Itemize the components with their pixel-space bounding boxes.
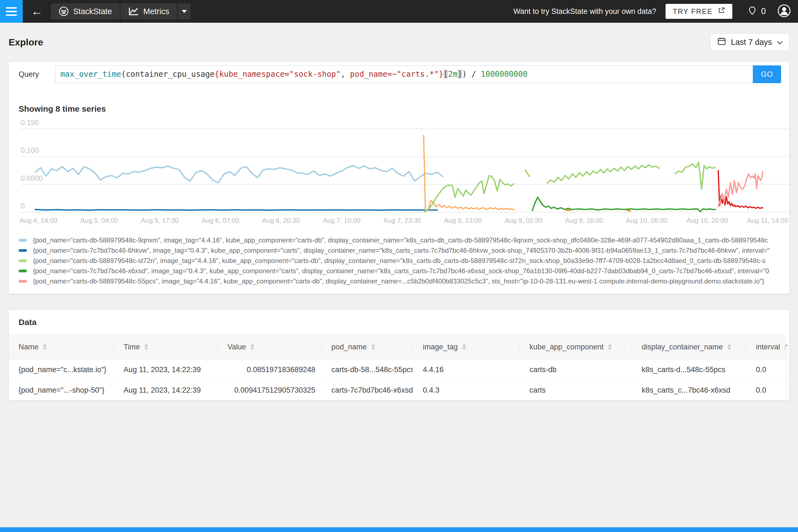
query-token: {kube_namespace= [214,70,289,79]
query-token: [ [443,70,448,79]
column-header-pod-name[interactable]: pod_name [321,335,413,359]
query-token: ( [121,70,126,79]
time-range-selector[interactable]: Last 7 days [710,33,790,51]
tab-stackstate-label: StackState [73,7,112,16]
query-token: 1000000000 [481,70,528,79]
cell-time: Aug 11, 2023, 14:22:39 [114,386,217,395]
tab-metrics-label: Metrics [143,7,169,16]
column-header-kube-app-component[interactable]: kube_app_component [519,335,632,359]
back-arrow-button[interactable]: ← [31,5,43,17]
y-tick-label: 0.150 [21,119,39,127]
column-header-image-tag[interactable]: image_tag [413,335,519,359]
column-header-name[interactable]: Name [8,335,114,359]
tab-stackstate[interactable]: StackState [51,3,120,19]
legend-item: {pod_name="carts-db-588979548c-55pcs", i… [19,276,790,286]
legend-swatch [19,259,27,262]
hamburger-menu-button[interactable] [0,0,23,23]
column-header-interval[interactable]: interval [746,335,786,359]
series-line-carts-db-588979548c-55pcs [718,172,763,207]
query-token: } [439,70,443,79]
series-line-carts-7c7bd7bc46-x6xsd [532,197,716,212]
sort-icon [144,344,148,350]
legend-label: {pod_name="carts-db-588979548c-55pcs", i… [33,277,764,285]
user-avatar-button[interactable] [778,4,791,19]
chart-heading: Showing 8 time series [19,104,790,114]
y-tick-label: 0 [21,202,25,210]
column-header-value[interactable]: Value [217,335,321,359]
sort-icon [43,344,47,350]
external-link-icon [718,7,725,16]
series-line-carts-db-588979548c-st72n [424,176,513,212]
data-card: Data Name Time Value pod_name image_tag … [8,310,790,401]
series-line-carts-db-588979548c-st72n [675,162,715,189]
legend-swatch [19,239,27,242]
y-tick-label: 0.100 [21,146,39,154]
legend-item: {pod_name="carts-7c7bd7bc46-x6xsd", imag… [19,266,790,276]
table-row: {pod_name="...-shop-50"} Aug 11, 2023, 1… [8,380,786,401]
promo-text: Want to try StackState with your own dat… [513,7,656,16]
x-tick-label: Aug 5, 04:00 [80,217,118,224]
legend-item: {pod_name="carts-db-588979548c-st72n", i… [19,255,790,266]
try-free-label: TRY FREE [673,7,712,16]
line-chart-icon [128,7,139,16]
page-title: Explore [8,37,43,48]
calendar-icon [717,37,726,48]
pin-icon [748,6,757,17]
sort-icon [250,344,254,350]
legend-swatch [19,280,27,283]
time-series-chart: 0.1500.1000.05000Aug 4, 14:00Aug 5, 04:0… [19,119,790,229]
nav-tabs: StackState Metrics [51,3,191,19]
x-tick-label: Aug 10, 06:00 [626,217,667,224]
series-line-unlabeled-light-orange [424,135,514,211]
query-token: / [467,70,481,79]
legend-swatch [19,249,27,252]
cell-display-container-name: k8s_carts-d...548c-55pcs [632,365,746,374]
query-token: , [341,70,350,79]
sort-icon [608,344,612,350]
pinned-views-button[interactable]: 0 [748,6,766,17]
cell-pod-name: carts-7c7bd7bc46-x6xsd [321,386,413,395]
go-button[interactable]: GO [753,65,781,83]
series-line-carts-db-588979548c-st72n [547,165,660,183]
tab-metrics[interactable]: Metrics [120,3,177,19]
query-input[interactable]: max_over_time(container_cpu_usage{kube_n… [55,65,753,83]
sort-icon [371,344,375,350]
sort-icon [727,344,731,350]
series-line-unlabeled-orange [566,210,570,210]
x-tick-label: Aug 6, 20:30 [262,217,300,224]
series-line-carts-db-588979548c-9qnxm [35,166,443,183]
x-tick-label: Aug 7, 23:30 [383,217,421,224]
query-token: ] [457,70,462,79]
cell-time: Aug 11, 2023, 14:22:39 [114,365,217,374]
pin-count-badge: 0 [761,6,766,16]
x-tick-label: Aug 5, 17:30 [141,217,179,224]
series-line-carts-db-588979548c-st72n [525,170,530,176]
legend-swatch [19,270,27,272]
cell-value: 0.085197183689248 [217,365,321,374]
cell-kube-app-component: carts-db [519,365,632,374]
cell-name: {pod_name="...-shop-50"} [8,386,114,395]
cell-image-tag: 4.4.16 [413,365,519,374]
sort-icon [462,344,466,350]
series-line-carts-7c7bd7bc46-6hkvw [35,209,437,210]
x-tick-label: Aug 11, 14:00 [747,217,788,224]
x-tick-label: Aug 6, 07:00 [202,217,239,224]
query-row: Query max_over_time(container_cpu_usage{… [8,61,790,83]
cell-display-container-name: k8s_carts_c...7bc46-x6xsd [632,386,746,395]
legend-item: {pod_name="carts-db-588979548c-9qnxm", i… [19,235,790,245]
table-row: {pod_name="c...kstate.io"} Aug 11, 2023,… [8,360,786,380]
cell-value: 0.009417512905730325 [217,386,321,395]
try-free-button[interactable]: TRY FREE [666,4,732,19]
column-header-time[interactable]: Time [114,335,217,359]
bottom-accent-bar [0,527,798,532]
top-nav: ← StackState Metrics Want to try StackSt… [0,0,798,23]
legend-item: {pod_name="carts-7c7bd7bc46-6hkvw", imag… [19,245,790,255]
column-header-display-container-name[interactable]: display_container_name [632,335,746,359]
table-header-row: Name Time Value pod_name image_tag kube_… [8,334,786,360]
table-scrollbar[interactable] [786,347,790,401]
stackstate-logo-icon [59,6,69,16]
cell-pod-name: carts-db-58...548c-55pcs [321,365,413,374]
query-token: max_over_time [60,70,121,79]
explore-header: Explore Last 7 days [0,23,798,61]
tab-overflow-caret[interactable] [178,3,191,19]
